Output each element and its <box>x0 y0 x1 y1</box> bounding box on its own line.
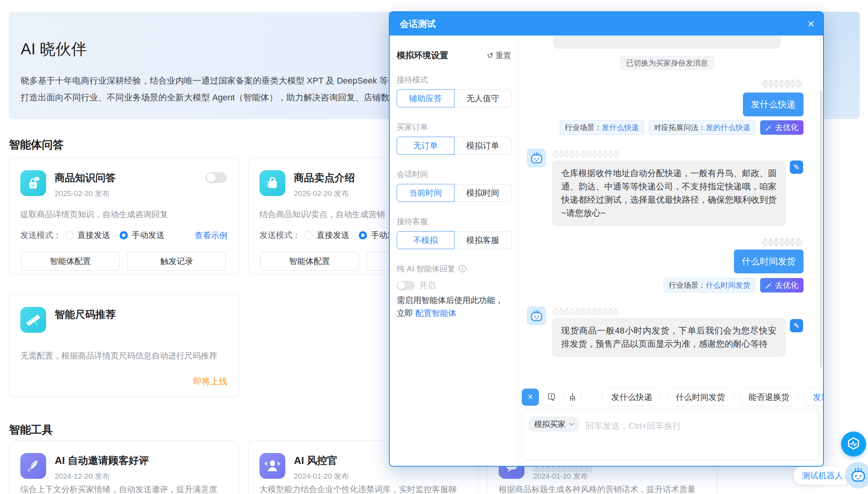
bag-robot-icon <box>25 175 42 192</box>
segment-option-no-mock[interactable]: 不模拟 <box>397 231 455 249</box>
censored-bot-name <box>552 150 619 157</box>
card-title: 商品卖点介绍 <box>294 171 355 185</box>
edit-reply-button[interactable]: ✎ <box>790 161 803 174</box>
review-invite-icon <box>20 453 46 479</box>
radio-manual-send-label[interactable]: 手动发送 <box>132 230 165 241</box>
view-example-link[interactable]: 查看示例 <box>195 230 227 241</box>
truncated-previous-message <box>553 36 781 49</box>
close-icon[interactable]: × <box>807 12 814 36</box>
segment-option-mock-time[interactable]: 模拟时间 <box>455 184 512 202</box>
segment-option-current-time[interactable]: 当前时间 <box>397 184 455 202</box>
expanded-question-tag: 对应拓展问法：发的什么快递 <box>649 120 755 135</box>
robot-avatar-icon <box>530 151 544 165</box>
edit-icon: ✎ <box>793 163 800 172</box>
segment-reception-agent: 不模拟 模拟客服 <box>397 231 512 249</box>
configure-agent-link[interactable]: 配置智能体 <box>415 309 456 317</box>
industry-scene-tag: 行业场景：什么时间发货 <box>664 278 755 292</box>
send-mode-label: 发送模式： <box>260 230 301 241</box>
reset-button[interactable]: ↺ 重置 <box>487 50 511 61</box>
trigger-record-button[interactable]: 触发记录 <box>127 252 226 271</box>
quick-phrase-ship-time[interactable]: 什么时间发货 <box>667 388 734 406</box>
exit-buyer-mode-button[interactable]: × <box>522 389 539 406</box>
settings-header: 模拟环境设置 <box>397 50 448 61</box>
card-description: 大模型能力结合企业个性化违禁词库，实时监控客服聊 <box>260 484 467 494</box>
role-selector[interactable]: 模拟买家 <box>528 416 580 432</box>
bot-message: 仓库根据收件地址自动分配快递，一般有丹鸟、邮政、圆通、韵达、中通等等快递公司，不… <box>552 161 786 226</box>
card-publish-date: 2024-01-20 发布 <box>294 471 349 482</box>
pure-ai-toggle[interactable] <box>397 281 415 290</box>
reset-icon: ↺ <box>487 51 494 60</box>
segment-option-mock-order[interactable]: 模拟订单 <box>455 137 512 155</box>
modal-header: 会话测试 × <box>390 12 823 36</box>
hexagon-pulse-icon <box>846 436 861 452</box>
segment-option-mock-agent[interactable]: 模拟客服 <box>455 231 512 249</box>
input-placeholder: 回车发送，Ctrl+回车换行 <box>585 420 681 432</box>
pure-ai-toggle-label: 开启 <box>419 280 436 291</box>
card-title: AI 自动邀请顾客好评 <box>55 454 149 467</box>
chat-scrollbar[interactable] <box>820 90 822 367</box>
test-robot-button[interactable]: 测试机器人 <box>793 467 852 485</box>
card-description: 综合上下文分析买家情绪，自动发送邀评，提升满意度 <box>20 484 217 494</box>
selling-points-icon <box>260 170 285 196</box>
person-audio-icon <box>264 457 281 474</box>
modal-title: 会话测试 <box>400 18 436 30</box>
broom-icon <box>568 392 577 402</box>
clear-chat-button[interactable] <box>564 389 581 406</box>
pure-ai-note-line1: 需启用智能体后使用此功能， <box>397 295 503 306</box>
card-publish-date: 2024-01-20 发布 <box>533 471 588 482</box>
chat-panel: 已切换为买家身份发消息 发什么快递 行业场景：发什么快递 对应拓展问法：发的什么… <box>519 36 823 466</box>
section-title-tools: 智能工具 <box>9 423 53 437</box>
agent-config-button[interactable]: 智能体配置 <box>260 252 359 271</box>
quick-phrase-shipping-courier[interactable]: 发什么快递 <box>602 388 661 406</box>
chat-toolbar: × 发什么快递 什么时间发货 能否退换货 发送商品 <box>522 388 823 406</box>
conversation-test-modal: 会话测试 × 模拟环境设置 ↺ 重置 接待模式 辅助应答 无人值守 买家订单 无… <box>389 11 824 467</box>
bot-avatar <box>527 148 546 168</box>
industry-scene-tag: 行业场景：发什么快递 <box>560 120 644 135</box>
send-product-button[interactable]: 发送商品 <box>804 388 823 406</box>
card-title: AI 风控官 <box>294 454 337 467</box>
test-robot-float-button[interactable] <box>845 462 868 489</box>
send-mode-label: 发送模式： <box>20 230 61 241</box>
risk-control-icon <box>260 453 285 479</box>
edit-icon: ✎ <box>793 321 800 330</box>
quill-icon <box>25 457 42 474</box>
edit-reply-button[interactable]: ✎ <box>790 319 803 332</box>
segment-option-no-order[interactable]: 无订单 <box>397 137 455 155</box>
radio-manual-send[interactable] <box>120 231 128 239</box>
optimize-button[interactable]: 去优化 <box>760 278 804 292</box>
radio-direct-send-label[interactable]: 直接发送 <box>317 230 349 241</box>
size-recommend-icon <box>20 307 46 333</box>
bubble-exclaim-icon <box>547 392 556 402</box>
quick-phrase-return-policy[interactable]: 能否退换货 <box>739 388 798 406</box>
agent-config-button[interactable]: 智能体配置 <box>21 252 120 271</box>
radio-direct-send-label[interactable]: 直接发送 <box>77 230 110 241</box>
radio-direct-send[interactable] <box>304 231 313 239</box>
radio-manual-send[interactable] <box>359 231 367 239</box>
group-label-session-time: 会话时间 <box>397 169 428 180</box>
card-auto-review-invite: AI 自动邀请顾客好评 2024-12-20 发布 综合上下文分析买家情绪，自动… <box>9 440 239 494</box>
buyer-message: 发什么快递 <box>743 93 804 116</box>
bot-avatar <box>527 306 546 325</box>
coming-soon-label: 即将上线 <box>193 376 227 387</box>
system-notice: 已切换为买家身份发消息 <box>620 56 714 70</box>
optimize-button[interactable]: 去优化 <box>760 120 804 135</box>
censored-buyer-name <box>761 238 803 246</box>
pure-ai-note-line2: 立即 配置智能体 <box>397 308 456 319</box>
diagnostic-float-button[interactable] <box>841 432 866 457</box>
card-description: 结合商品知识/卖点，自动生成营销 <box>260 209 388 220</box>
censored-bot-name <box>552 308 619 315</box>
radio-direct-send[interactable] <box>65 231 73 239</box>
card-title: 智能尺码推荐 <box>55 308 116 321</box>
censored-buyer-name <box>761 80 803 87</box>
message-input[interactable]: 模拟买家 回车发送，Ctrl+回车换行 <box>522 410 820 460</box>
robot-face-icon <box>850 467 866 483</box>
segment-option-unattended[interactable]: 无人值守 <box>455 89 512 107</box>
segment-reception-mode: 辅助应答 无人值守 <box>397 89 512 107</box>
page-title: AI 晓伙伴 <box>21 38 87 60</box>
feedback-button[interactable] <box>543 389 560 406</box>
card-enable-toggle[interactable] <box>206 172 227 183</box>
segment-option-assisted[interactable]: 辅助应答 <box>397 89 455 107</box>
segment-buyer-order: 无订单 模拟订单 <box>397 137 512 155</box>
info-icon[interactable]: ⓘ <box>458 264 466 274</box>
buyer-message: 什么时间发货 <box>734 250 804 273</box>
